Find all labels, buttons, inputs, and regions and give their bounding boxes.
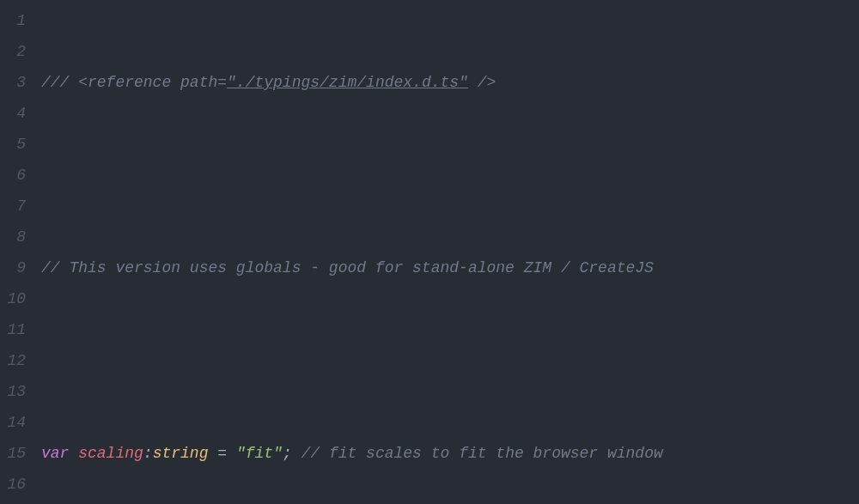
- line-number: 14: [0, 407, 26, 438]
- line-number: 15: [0, 438, 26, 469]
- code-line: [41, 160, 859, 191]
- line-number: 10: [0, 283, 26, 314]
- line-number-gutter: 1 2 3 4 5 6 7 8 9 10 11 12 13 14 15 16: [0, 0, 41, 504]
- line-number: 13: [0, 376, 26, 407]
- code-area[interactable]: /// <reference path="./typings/zim/index…: [41, 0, 859, 504]
- line-number: 2: [0, 36, 26, 67]
- code-line: // This version uses globals - good for …: [41, 252, 859, 283]
- code-line: var scaling:string = "fit"; // fit scale…: [41, 438, 859, 469]
- line-number: 12: [0, 345, 26, 376]
- line-number: 9: [0, 252, 26, 283]
- line-number: 7: [0, 191, 26, 222]
- code-editor[interactable]: 1 2 3 4 5 6 7 8 9 10 11 12 13 14 15 16 /…: [0, 0, 859, 504]
- line-number: 3: [0, 67, 26, 98]
- code-line: [41, 345, 859, 376]
- line-number: 8: [0, 222, 26, 252]
- line-number: 1: [0, 5, 26, 36]
- line-number: 16: [0, 469, 26, 500]
- line-number: 11: [0, 314, 26, 345]
- code-line: /// <reference path="./typings/zim/index…: [41, 67, 859, 98]
- line-number: 4: [0, 98, 26, 129]
- line-number: 6: [0, 160, 26, 191]
- line-number: 5: [0, 129, 26, 160]
